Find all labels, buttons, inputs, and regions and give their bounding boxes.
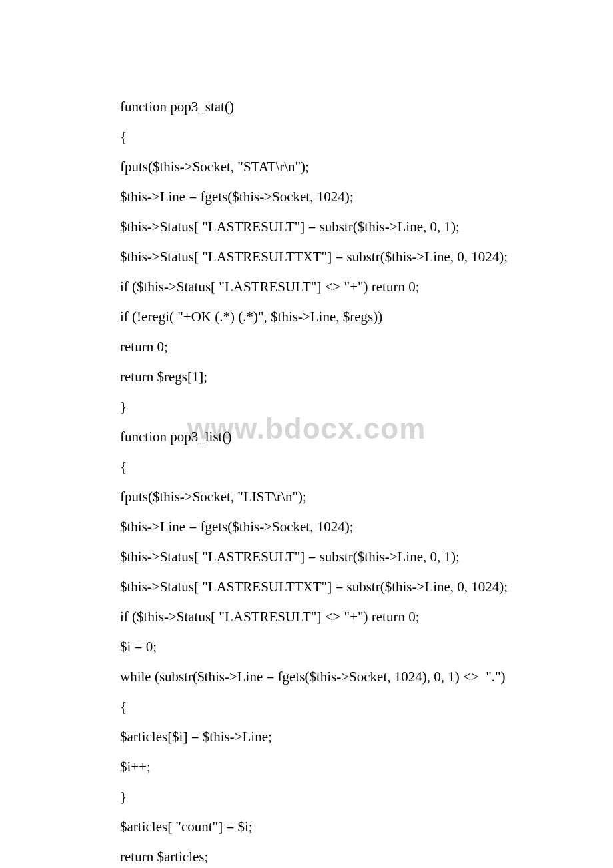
code-line: return $regs[1]; <box>120 370 546 384</box>
code-line: $this->Status[ "LASTRESULT"] = substr($t… <box>120 550 546 564</box>
code-line: while (substr($this->Line = fgets($this-… <box>120 670 546 684</box>
code-line: $i = 0; <box>120 640 546 654</box>
code-line: $this->Line = fgets($this->Socket, 1024)… <box>120 520 546 534</box>
code-content: function pop3_stat() { fputs($this->Sock… <box>120 100 546 864</box>
code-line: function pop3_stat() <box>120 100 546 114</box>
code-line: return $articles; <box>120 850 546 864</box>
code-line: $i++; <box>120 760 546 774</box>
code-line: $articles[ "count"] = $i; <box>120 820 546 834</box>
code-line: { <box>120 130 546 144</box>
code-line: if ($this->Status[ "LASTRESULT"] <> "+")… <box>120 610 546 624</box>
code-line: $this->Status[ "LASTRESULT"] = substr($t… <box>120 220 546 234</box>
code-line: $this->Line = fgets($this->Socket, 1024)… <box>120 190 546 204</box>
code-line: } <box>120 400 546 414</box>
code-line: function pop3_list() <box>120 430 546 444</box>
code-line: { <box>120 700 546 714</box>
code-line: $this->Status[ "LASTRESULTTXT"] = substr… <box>120 580 546 594</box>
code-line: $this->Status[ "LASTRESULTTXT"] = substr… <box>120 250 546 264</box>
code-line: return 0; <box>120 340 546 354</box>
code-line: fputs($this->Socket, "STAT\r\n"); <box>120 160 546 174</box>
code-line: if ($this->Status[ "LASTRESULT"] <> "+")… <box>120 280 546 294</box>
code-line: $articles[$i] = $this->Line; <box>120 730 546 744</box>
code-line: fputs($this->Socket, "LIST\r\n"); <box>120 490 546 504</box>
code-line: { <box>120 460 546 474</box>
code-line: } <box>120 790 546 804</box>
code-line: if (!eregi( "+OK (.*) (.*)", $this->Line… <box>120 310 546 324</box>
